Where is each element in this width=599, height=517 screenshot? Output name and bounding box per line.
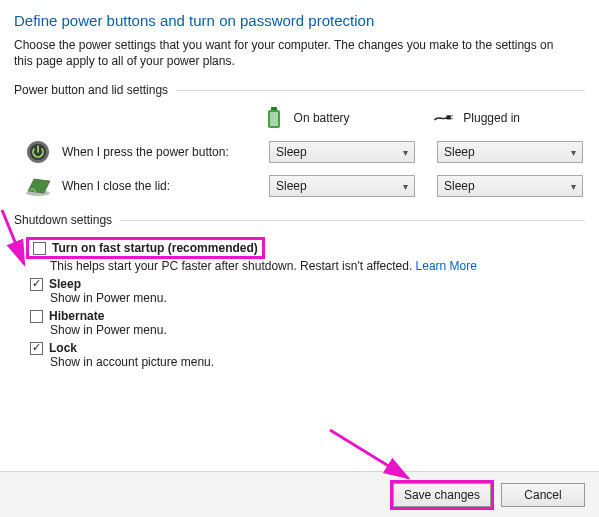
chevron-down-icon: ▾ [571,181,576,192]
hibernate-sub: Show in Power menu. [50,323,585,337]
select-value: Sleep [444,179,475,193]
power-button-icon [24,139,52,165]
sleep-sub: Show in Power menu. [50,291,585,305]
fast-startup-highlight: Turn on fast startup (recommended) [26,237,265,259]
lid-icon [24,173,52,199]
chevron-down-icon: ▾ [571,147,576,158]
page-description: Choose the power settings that you want … [14,37,574,69]
col-battery-label: On battery [294,111,350,125]
page-title: Define power buttons and turn on passwor… [14,12,585,29]
power-button-plugged-select[interactable]: Sleep ▾ [437,141,583,163]
svg-rect-2 [270,112,278,126]
cancel-label: Cancel [524,488,561,502]
power-button-battery-select[interactable]: Sleep ▾ [269,141,415,163]
divider [120,220,585,221]
select-value: Sleep [276,179,307,193]
power-options-panel: Define power buttons and turn on passwor… [0,0,599,517]
col-plugged-label: Plugged in [463,111,520,125]
section-power-button-lid: Power button and lid settings [14,83,168,97]
svg-rect-0 [271,107,277,110]
lock-label: Lock [49,341,77,355]
select-value: Sleep [444,145,475,159]
divider [176,90,585,91]
sleep-checkbox[interactable] [30,278,43,291]
plug-icon [433,111,453,125]
power-button-row-label: When I press the power button: [62,145,229,159]
sleep-label: Sleep [49,277,81,291]
select-value: Sleep [276,145,307,159]
save-changes-button[interactable]: Save changes [393,483,491,507]
lid-plugged-select[interactable]: Sleep ▾ [437,175,583,197]
battery-icon [264,107,284,129]
save-changes-label: Save changes [404,488,480,502]
chevron-down-icon: ▾ [403,181,408,192]
footer-bar: Save changes Cancel [0,471,599,517]
lock-checkbox[interactable] [30,342,43,355]
fast-startup-label: Turn on fast startup (recommended) [52,241,258,255]
cancel-button[interactable]: Cancel [501,483,585,507]
lock-sub: Show in account picture menu. [50,355,585,369]
lid-row-label: When I close the lid: [62,179,170,193]
chevron-down-icon: ▾ [403,147,408,158]
section-shutdown: Shutdown settings [14,213,112,227]
fast-startup-sub: This helps start your PC faster after sh… [50,259,416,273]
learn-more-link[interactable]: Learn More [416,259,477,273]
svg-rect-3 [447,116,451,120]
fast-startup-checkbox[interactable] [33,242,46,255]
lid-battery-select[interactable]: Sleep ▾ [269,175,415,197]
hibernate-checkbox[interactable] [30,310,43,323]
hibernate-label: Hibernate [49,309,104,323]
